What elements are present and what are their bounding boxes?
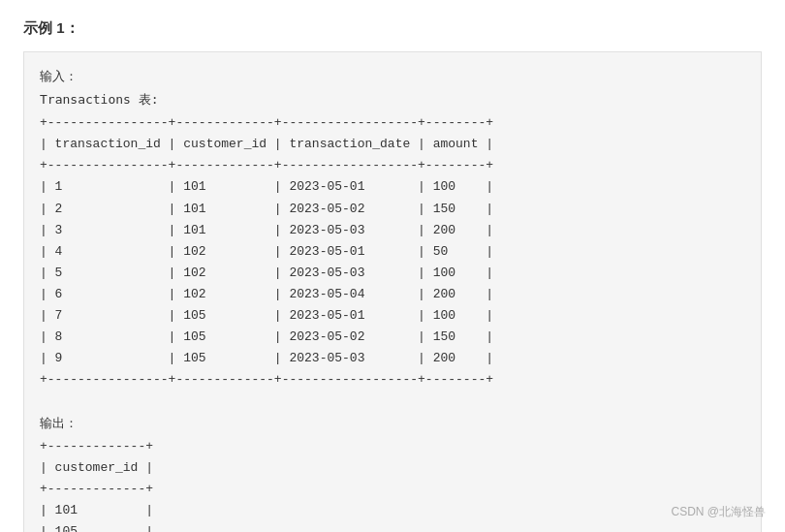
watermark: CSDN @北海怪兽: [671, 504, 766, 520]
output-table: +-------------+ | customer_id | +-------…: [40, 436, 745, 532]
input-table: +----------------+-------------+--------…: [40, 112, 745, 391]
table-label: Transactions 表:: [40, 89, 745, 110]
output-label: 输出：: [40, 413, 745, 434]
example-title: 示例 1：: [23, 19, 762, 38]
input-label: 输入：: [40, 66, 745, 87]
content-box: 输入： Transactions 表: +----------------+--…: [23, 51, 762, 532]
